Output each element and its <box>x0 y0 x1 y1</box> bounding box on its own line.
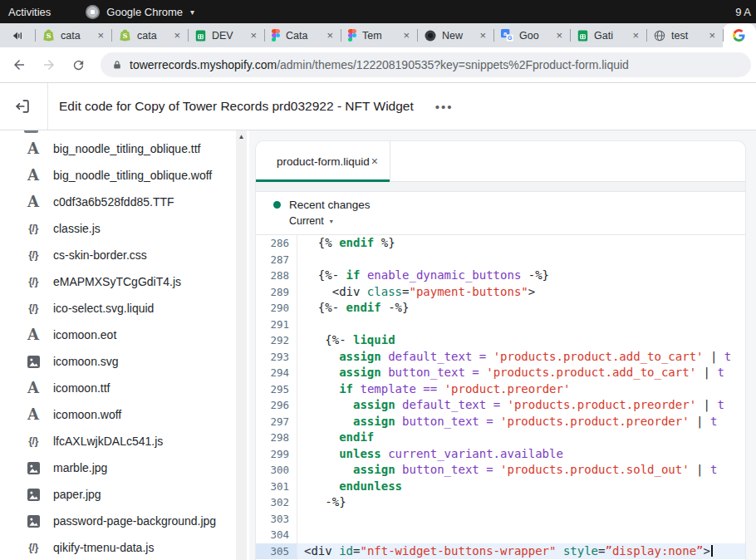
url-domain: towerrecords.myshopify.com <box>130 58 277 71</box>
tab-close-icon[interactable]: × <box>250 30 257 41</box>
tab-close-icon[interactable]: × <box>326 30 333 41</box>
line-number: 303 <box>256 511 297 528</box>
code-line[interactable]: 291 <box>256 317 745 333</box>
browser-tab[interactable]: Scata× <box>111 23 188 47</box>
code-line[interactable]: 287 <box>256 252 745 268</box>
font-file-icon: A <box>24 194 42 209</box>
tab-close-icon[interactable]: × <box>174 30 180 41</box>
code-text: {%- endif -%} <box>297 300 409 317</box>
back-button[interactable] <box>12 57 27 72</box>
browser-tabs: Scata×Scata×DEV×Cata×Tem×New×aGGoo×Gati×… <box>35 23 756 47</box>
code-editor[interactable]: 286 {% endif %}287288 {%- if enable_dyna… <box>256 235 745 560</box>
tab-title: cata <box>137 30 168 42</box>
url-text: towerrecords.myshopify.com/admin/themes/… <box>130 58 629 71</box>
file-name: big_noodle_titling_oblique.ttf <box>53 142 200 155</box>
browser-tab[interactable]: Cata× <box>264 23 341 47</box>
browser-tab[interactable]: Tem× <box>341 23 417 47</box>
line-number: 293 <box>256 349 297 366</box>
tab-close-icon[interactable]: × <box>403 30 410 41</box>
file-item[interactable]: {/}lfcAXLwjkDALc541.js <box>0 428 249 454</box>
code-line[interactable]: 299 unless current_variant.available <box>256 446 745 463</box>
code-file-icon: {/} <box>24 249 42 261</box>
file-item[interactable]: {/}ico-select.svg.liquid <box>0 295 249 322</box>
code-line[interactable]: 300 assign button_text = 'products.produ… <box>256 462 745 479</box>
browser-tab[interactable]: DEV× <box>188 23 264 47</box>
app-menu[interactable]: Google Chrome ▾ <box>86 5 194 19</box>
forward-button[interactable] <box>42 57 56 72</box>
code-text <box>297 527 304 543</box>
code-line[interactable]: 301 endunless <box>256 479 745 495</box>
clock: 9 A <box>735 6 751 18</box>
file-item[interactable]: Aicomoon.eot <box>0 322 249 348</box>
file-item[interactable]: marble.jpg <box>0 454 249 481</box>
code-file-icon: {/} <box>24 223 42 234</box>
browser-tab[interactable]: Gati× <box>570 23 646 47</box>
code-line[interactable]: 286 {% endif %} <box>256 235 745 252</box>
scroll-up-icon[interactable]: ▲ <box>236 130 247 143</box>
file-item[interactable]: {/}cs-skin-border.css <box>0 242 249 268</box>
code-line[interactable]: 295 if template == 'product.preorder' <box>256 381 745 398</box>
file-item[interactable]: {/}eMAPMXSyTCgGdiT4.js <box>0 268 249 295</box>
file-item[interactable]: Abig_noodle_titling_oblique.ttf <box>0 135 249 162</box>
tab-close-icon[interactable]: × <box>479 30 486 41</box>
tab-close-icon[interactable]: × <box>97 30 104 41</box>
code-line[interactable]: 304 <box>256 527 745 543</box>
sidebar-scrollbar[interactable]: ▲ <box>236 130 247 560</box>
file-item[interactable]: {/}qikify-tmenu-data.js <box>0 534 249 560</box>
file-name: icomoon.ttf <box>53 381 110 395</box>
recent-changes-title: Recent changes <box>289 199 371 211</box>
exit-code-editor-button[interactable] <box>12 96 33 117</box>
code-text: assign button_text = 'products.product.s… <box>297 462 717 479</box>
activities-button[interactable]: Activities <box>8 6 51 18</box>
line-number: 287 <box>256 252 297 268</box>
file-item[interactable]: Aicomoon.ttf <box>0 375 249 401</box>
code-text: endif <box>297 430 374 446</box>
code-text: <div id="nft-widget-buttons-wrapper" sty… <box>297 543 713 560</box>
recent-changes-panel: Recent changes Current ▾ <box>256 192 745 235</box>
code-line[interactable]: 296 assign default_text = 'products.prod… <box>256 397 745 414</box>
url-path: /admin/themes/122208190535?key=snippets%… <box>277 58 629 71</box>
file-item[interactable]: Abig_noodle_titling_oblique.woff <box>0 162 249 189</box>
figma-favicon-icon <box>348 29 356 42</box>
tab-close-icon[interactable]: × <box>632 30 639 41</box>
code-line[interactable]: 294 assign button_text = 'products.produ… <box>256 365 745 381</box>
code-line[interactable]: 293 assign default_text = 'products.prod… <box>256 349 745 366</box>
line-number: 299 <box>256 446 297 463</box>
line-number: 294 <box>256 365 297 381</box>
version-dropdown[interactable]: Current ▾ <box>289 215 745 227</box>
address-bar[interactable]: towerrecords.myshopify.com/admin/themes/… <box>101 52 751 77</box>
code-line[interactable]: 288 {%- if enable_dynamic_buttons -%} <box>256 268 745 284</box>
file-item[interactable]: paper.jpg <box>0 481 249 508</box>
browser-tab[interactable]: aGGoo× <box>493 23 570 47</box>
line-number: 301 <box>256 479 297 495</box>
tab-title: Cata <box>286 30 321 42</box>
file-name: cs-skin-border.css <box>53 248 147 262</box>
browser-tab[interactable]: test× <box>646 23 723 47</box>
browser-tab[interactable]: New× <box>417 23 493 47</box>
code-line[interactable]: 297 assign button_text = 'products.produ… <box>256 414 745 430</box>
file-item[interactable]: {/}classie.js <box>0 215 249 242</box>
figma-favicon-icon <box>272 29 280 42</box>
code-line[interactable]: 305<div id="nft-widget-buttons-wrapper" … <box>256 543 745 560</box>
editor-tab[interactable]: product-form.liquid × <box>256 141 390 181</box>
line-number: 296 <box>256 397 297 414</box>
code-line[interactable]: 290 {%- endif -%} <box>256 300 745 317</box>
file-item[interactable]: Ac0df3a6b528fdd85.TTF <box>0 189 249 215</box>
file-item[interactable]: Aicomoon.woff <box>0 401 249 428</box>
tab-close-icon[interactable]: × <box>709 30 715 41</box>
tab-close-icon[interactable]: × <box>556 30 562 41</box>
code-line[interactable]: 303 <box>256 511 745 528</box>
file-item[interactable]: icomoon.svg <box>0 348 249 375</box>
reload-button[interactable] <box>71 58 86 72</box>
file-name: icomoon.woff <box>53 408 121 421</box>
more-options-button[interactable]: ••• <box>435 100 454 114</box>
code-line[interactable]: 302 -%} <box>256 494 745 511</box>
tab-close-icon[interactable]: × <box>371 155 378 168</box>
code-line[interactable]: 289 <div class="payment-buttons"> <box>256 284 745 301</box>
code-text: <div class="payment-buttons"> <box>297 284 535 301</box>
browser-tab[interactable] <box>723 23 756 47</box>
browser-tab[interactable]: Scata× <box>35 23 111 47</box>
code-line[interactable]: 298 endif <box>256 430 745 446</box>
file-item[interactable]: password-page-background.jpg <box>0 508 249 534</box>
code-line[interactable]: 292 {%- liquid <box>256 332 745 349</box>
